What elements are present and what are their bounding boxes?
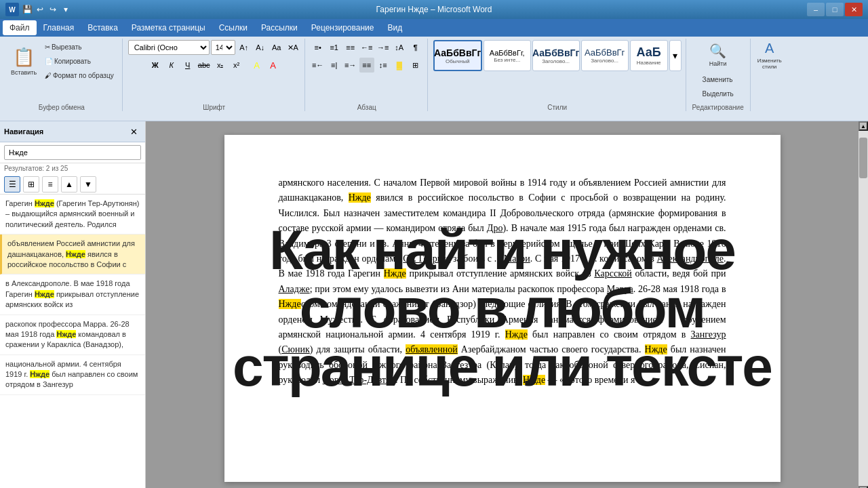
font-size-select[interactable]: 14 — [211, 40, 235, 55]
nav-item-5[interactable]: национальной армии. 4 сентября 1919 г. Н… — [0, 355, 145, 395]
font-label: Шрифт — [124, 104, 304, 111]
find-button[interactable]: 🔍 Найти — [703, 40, 733, 70]
nav-item-3[interactable]: в Александрополе. В мае 1918 года Гареги… — [0, 274, 145, 314]
grow-font-button[interactable]: A↑ — [237, 40, 252, 55]
style-heading2[interactable]: АаБбВвГг Заголово... — [581, 40, 629, 71]
close-button[interactable]: ✕ — [845, 3, 863, 16]
bold-button[interactable]: Ж — [148, 58, 163, 73]
format-painter-button[interactable]: 🖌 Формат по образцу — [42, 68, 117, 82]
align-left-button[interactable]: ≡← — [311, 58, 326, 73]
multilevel-button[interactable]: ≡≡ — [343, 40, 358, 55]
scroll-track[interactable] — [859, 131, 868, 486]
menu-item-review[interactable]: Рецензирование — [304, 20, 381, 35]
change-styles-button[interactable]: A Изменить стили — [755, 40, 785, 70]
highlight-button[interactable]: A — [250, 58, 264, 73]
quick-access-toolbar: 💾 ↩ ↪ ▾ — [22, 4, 71, 15]
maximize-button[interactable]: □ — [826, 3, 844, 16]
nav-items-list: Гарегин Нжде (Гарегин Тер-Арутюнян) – вы… — [0, 195, 145, 488]
nav-header: Навигация ✕ — [0, 121, 145, 142]
menu-item-mailings[interactable]: Рассылки — [254, 20, 304, 35]
align-right-button[interactable]: ≡→ — [343, 58, 358, 73]
font-name-select[interactable]: Calibri (Осно — [128, 40, 210, 55]
style-normal[interactable]: АаБбВвГг Обычный — [433, 40, 482, 71]
style-title[interactable]: АаБ Название — [630, 40, 668, 71]
menu-item-view[interactable]: Вид — [380, 20, 409, 35]
nav-results-count: Результатов: 2 из 25 — [0, 163, 145, 175]
paragraph-label: Абзац — [307, 104, 427, 111]
nav-browse-headings-button[interactable]: ☰ — [4, 176, 20, 192]
decrease-indent-button[interactable]: ←≡ — [359, 40, 374, 55]
change-case-button[interactable]: Аа — [269, 40, 284, 55]
underline-button[interactable]: Ч — [180, 58, 195, 73]
nav-prev-button[interactable]: ▲ — [61, 176, 77, 192]
redo-button[interactable]: ↪ — [47, 4, 58, 15]
clear-format-button[interactable]: ✕A — [285, 40, 300, 55]
fill-color-button[interactable]: ▓ — [392, 58, 407, 73]
title-bar-left: W 💾 ↩ ↪ ▾ — [5, 3, 71, 16]
clipboard-label: Буфер обмена — [2, 104, 121, 111]
justify-button[interactable]: ≡≡ — [359, 58, 374, 73]
clipboard-group: 📋 Вставить ✂ Вырезать 📄 Копировать 🖌 Фор… — [3, 39, 123, 111]
nav-title: Навигация — [4, 127, 43, 136]
paste-label: Вставить — [11, 69, 37, 76]
navigation-panel: Навигация ✕ Результатов: 2 из 25 ☰ ⊞ ≡ ▲… — [0, 121, 146, 488]
subscript-button[interactable]: x₂ — [213, 58, 228, 73]
style-more[interactable]: ▾ — [669, 40, 682, 71]
document: Как найти нужное слово в любом странице … — [224, 135, 781, 482]
document-area[interactable]: Как найти нужное слово в любом странице … — [146, 121, 859, 488]
styles-group: АаБбВвГг Обычный АаБбВвГг, Без инте... А… — [429, 39, 686, 111]
styles-label: Стили — [429, 104, 686, 111]
borders-button[interactable]: ⊞ — [408, 58, 423, 73]
numbering-button[interactable]: ≡1 — [327, 40, 342, 55]
nav-browse-results-button[interactable]: ≡ — [42, 176, 58, 192]
menu-item-links[interactable]: Ссылки — [212, 20, 254, 35]
undo-button[interactable]: ↩ — [35, 4, 45, 15]
show-marks-button[interactable]: ¶ — [408, 40, 423, 55]
sort-button[interactable]: ↕A — [392, 40, 407, 55]
bullets-button[interactable]: ≡• — [311, 40, 326, 55]
shrink-font-button[interactable]: A↓ — [253, 40, 268, 55]
cut-button[interactable]: ✂ Вырезать — [42, 40, 117, 54]
scroll-up-button[interactable]: ▲ — [859, 121, 868, 131]
menu-item-home[interactable]: Главная — [37, 20, 81, 35]
toolbar: 📋 Вставить ✂ Вырезать 📄 Копировать 🖌 Фор… — [0, 37, 868, 121]
nav-next-button[interactable]: ▼ — [80, 176, 96, 192]
nav-browse-pages-button[interactable]: ⊞ — [23, 176, 39, 192]
window-title: Гарегин Нжде – Microsoft Word — [376, 5, 492, 14]
nav-close-button[interactable]: ✕ — [126, 124, 141, 139]
editing-group: 🔍 Найти Заменить Выделить Редактирование — [688, 39, 749, 111]
menu-bar: Файл Главная Вставка Разметка страницы С… — [0, 19, 868, 37]
menu-item-insert[interactable]: Вставка — [81, 20, 125, 35]
nav-item-1[interactable]: Гарегин Нжде (Гарегин Тер-Арутюнян) – вы… — [0, 195, 145, 235]
customize-button[interactable]: ▾ — [60, 4, 71, 15]
window-controls: – □ ✕ — [807, 3, 863, 16]
nav-item-2[interactable]: объявлением Россией амнистии для дашнакц… — [0, 235, 145, 274]
increase-indent-button[interactable]: →≡ — [376, 40, 391, 55]
change-styles-group: A Изменить стили — [750, 39, 789, 111]
paragraph-group: ≡• ≡1 ≡≡ ←≡ →≡ ↕A ¶ ≡← ≡| ≡→ ≡≡ ↕≡ ▓ ⊞ А… — [307, 39, 428, 111]
italic-button[interactable]: К — [164, 58, 179, 73]
word-icon: W — [5, 3, 19, 16]
style-heading1[interactable]: АаБбВвГг Заголово... — [532, 40, 580, 71]
doc-paragraph: армянского населения. С началом Первой м… — [279, 176, 726, 388]
save-button[interactable]: 💾 — [22, 4, 33, 15]
menu-item-layout[interactable]: Разметка страницы — [125, 20, 212, 35]
title-bar: W 💾 ↩ ↪ ▾ Гарегин Нжде – Microsoft Word … — [0, 0, 868, 19]
line-spacing-button[interactable]: ↕≡ — [376, 58, 391, 73]
copy-button[interactable]: 📄 Копировать — [42, 54, 117, 68]
menu-item-file[interactable]: Файл — [3, 20, 37, 35]
minimize-button[interactable]: – — [807, 3, 825, 16]
superscript-button[interactable]: x² — [229, 58, 244, 73]
replace-button[interactable]: Заменить — [700, 73, 736, 86]
select-button[interactable]: Выделить — [700, 87, 736, 100]
style-no-spacing[interactable]: АаБбВвГг, Без инте... — [484, 40, 531, 71]
font-color-button[interactable]: А — [266, 58, 281, 73]
paste-button[interactable]: 📋 Вставить — [7, 46, 41, 76]
align-center-button[interactable]: ≡| — [327, 58, 342, 73]
strikethrough-button[interactable]: abc — [197, 58, 212, 73]
nav-search-input[interactable] — [4, 145, 141, 160]
nav-item-4[interactable]: раскопок профессора Марра. 26-28 мая 191… — [0, 315, 145, 355]
nav-view-icons: ☰ ⊞ ≡ ▲ ▼ — [0, 175, 145, 195]
scroll-thumb[interactable] — [859, 138, 867, 178]
vertical-scrollbar: ▲ ▼ — [859, 121, 868, 488]
